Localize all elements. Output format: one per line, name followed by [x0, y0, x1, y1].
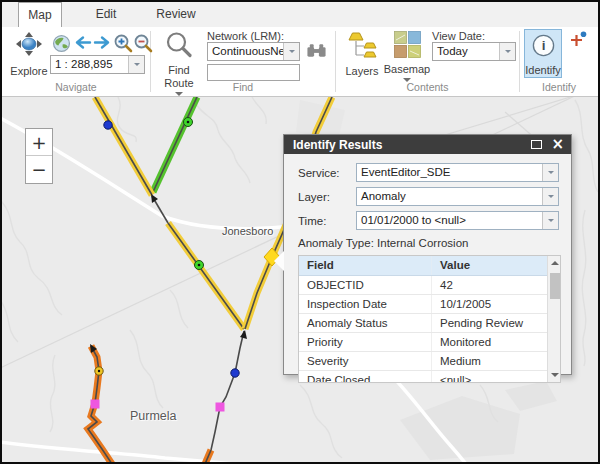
event-editor-window: Map Edit Review Explore	[0, 0, 600, 464]
time-dropdown-icon[interactable]	[542, 212, 558, 229]
table-scrollbar[interactable]	[547, 256, 560, 382]
route-segment-south[interactable]	[211, 330, 247, 450]
popup-title: Identify Results	[293, 138, 531, 152]
close-icon[interactable]: ×	[551, 137, 564, 152]
identify-route-location-icon[interactable]	[568, 31, 588, 51]
pipeline-orange-south-tip[interactable]	[205, 450, 211, 462]
view-date-value: Today	[433, 43, 499, 60]
value-cell: 10/1/2005	[431, 295, 547, 313]
table-row[interactable]: Severity Medium	[299, 352, 547, 371]
network-lrm-value: ContinuousNetwork	[208, 43, 283, 60]
map-scale-dropdown-icon[interactable]	[128, 56, 144, 73]
tab-edit[interactable]: Edit	[84, 2, 128, 27]
find-route-magnifier-icon	[165, 31, 193, 63]
layer-dropdown-icon[interactable]	[542, 188, 558, 205]
scroll-down-icon[interactable]	[551, 373, 559, 377]
zoom-out-icon[interactable]	[133, 33, 153, 53]
back-arrow-icon[interactable]	[73, 35, 93, 55]
value-cell: <null>	[431, 371, 547, 383]
tab-review[interactable]: Review	[150, 2, 202, 27]
place-label-purmela: Purmela	[130, 409, 177, 423]
ribbon-group-find: Find Route Network (LRM): ContinuousNetw…	[151, 27, 335, 96]
field-cell: OBJECTID	[299, 276, 431, 294]
place-label-jonesboro: Jonesboro	[222, 225, 273, 237]
ribbon-group-contents: Layers Basemap View Date: Today	[336, 27, 519, 96]
view-date-label: View Date:	[432, 30, 485, 42]
network-lrm-combobox[interactable]: ContinuousNetwork	[207, 42, 300, 61]
field-cell: Severity	[299, 352, 431, 370]
route-segment-gray[interactable]	[151, 194, 168, 223]
field-cell: Anomaly Status	[299, 314, 431, 332]
time-combobox[interactable]: 01/01/2000 to <null>	[356, 211, 559, 230]
field-cell: Inspection Date	[299, 295, 431, 313]
layer-row: Layer: Anomaly	[298, 187, 559, 206]
blue-point-marker[interactable]	[231, 369, 239, 377]
route-input[interactable]	[207, 64, 300, 81]
popup-body: Service: EventEditor_SDE Layer: Anomaly …	[284, 154, 571, 383]
anomaly-type-label: Anomaly Type:	[298, 237, 374, 249]
svg-text:i: i	[541, 38, 545, 53]
value-cell: 42	[431, 276, 547, 294]
anomaly-type-line: Anomaly Type: Internal Corrosion	[298, 237, 559, 249]
green-point-marker[interactable]	[184, 118, 193, 127]
popup-callout-tail	[274, 251, 284, 271]
zoom-in-icon[interactable]	[113, 33, 133, 53]
table-row[interactable]: Priority Monitored	[299, 333, 547, 352]
binoculars-icon[interactable]	[306, 42, 326, 62]
tab-map[interactable]: Map	[18, 2, 62, 27]
explore-icon	[15, 30, 43, 64]
ribbon: Explore	[2, 27, 598, 97]
time-row: Time: 01/01/2000 to <null>	[298, 211, 559, 230]
network-lrm-dropdown-icon[interactable]	[283, 43, 299, 60]
identify-icon: i	[531, 33, 556, 62]
scroll-up-icon[interactable]	[551, 261, 559, 265]
green-point-marker[interactable]	[195, 261, 204, 270]
scroll-thumb[interactable]	[550, 273, 560, 299]
table-row[interactable]: OBJECTID 42	[299, 276, 547, 295]
explore-button[interactable]: Explore	[8, 30, 50, 77]
map-zoom-in-button[interactable]: +	[26, 129, 52, 156]
map-zoom-out-button[interactable]: −	[26, 156, 52, 183]
table-row[interactable]: Inspection Date 10/1/2005	[299, 295, 547, 314]
forward-arrow-icon[interactable]	[93, 35, 113, 55]
service-combobox[interactable]: EventEditor_SDE	[356, 163, 559, 182]
group-label-contents: Contents	[336, 81, 519, 93]
layers-button[interactable]: Layers	[342, 30, 382, 77]
popup-header[interactable]: Identify Results ×	[284, 135, 571, 154]
value-cell: Medium	[431, 352, 547, 370]
service-value: EventEditor_SDE	[357, 164, 542, 181]
layer-value: Anomaly	[357, 188, 542, 205]
map-zoom-control: + −	[25, 128, 53, 184]
basemap-button[interactable]: Basemap	[384, 31, 430, 86]
network-lrm-label: Network (LRM):	[207, 30, 284, 42]
view-date-dropdown-icon[interactable]	[499, 43, 515, 60]
full-extent-globe-icon[interactable]	[52, 34, 72, 54]
group-label-identify: Identify	[520, 81, 598, 93]
field-column-header: Field	[299, 256, 431, 275]
ribbon-group-identify: i Identify Identify	[520, 27, 598, 96]
ribbon-tab-bar: Map Edit Review	[2, 2, 598, 27]
event-markers[interactable]	[91, 118, 281, 412]
pipeline-green[interactable]	[153, 97, 197, 192]
yellow-point-marker[interactable]	[95, 367, 103, 375]
table-row[interactable]: Date Closed <null>	[299, 371, 547, 383]
service-label: Service:	[298, 167, 356, 179]
maximize-icon[interactable]	[531, 140, 542, 149]
service-dropdown-icon[interactable]	[542, 164, 558, 181]
blue-point-marker[interactable]	[104, 121, 112, 129]
map-view: Jonesboro Purmela + − Identify Results ×…	[2, 97, 598, 462]
time-label: Time:	[298, 215, 356, 227]
table-row[interactable]: Anomaly Status Pending Review	[299, 314, 547, 333]
pink-square-marker[interactable]	[216, 403, 225, 412]
basemap-icon	[394, 31, 421, 62]
map-scale-combobox[interactable]: 1 : 288,895	[50, 55, 145, 74]
ribbon-group-navigate: Explore	[2, 27, 150, 96]
field-cell: Priority	[299, 333, 431, 351]
value-cell: Pending Review	[431, 314, 547, 332]
identify-button[interactable]: i Identify	[524, 29, 562, 78]
pink-square-marker[interactable]	[91, 400, 100, 409]
layer-combobox[interactable]: Anomaly	[356, 187, 559, 206]
view-date-combobox[interactable]: Today	[432, 42, 516, 61]
table-header-row: Field Value	[299, 256, 547, 276]
time-value: 01/01/2000 to <null>	[357, 212, 542, 229]
